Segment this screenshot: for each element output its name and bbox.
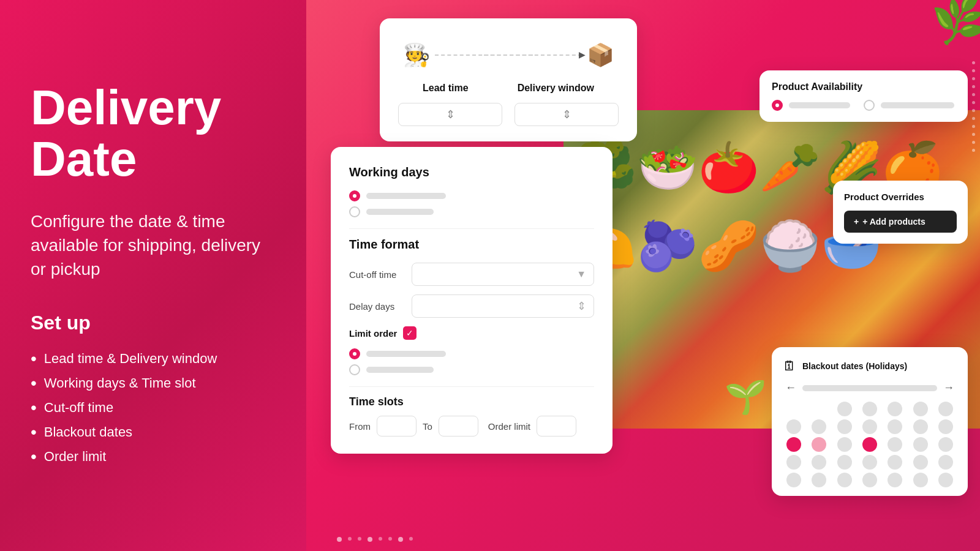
calendar-dot[interactable] [913,437,928,452]
calendar-icon: 🗓 [783,358,796,374]
calendar-dot[interactable] [913,473,928,487]
labels-row: Lead time Delivery window [398,83,619,94]
calendar-dot[interactable] [862,402,877,416]
calendar-dot[interactable] [786,419,801,434]
product-availability-title: Product Availability [772,81,956,92]
inputs-row[interactable]: ⇕ ⇕ [398,103,619,126]
divider-2 [349,386,594,387]
calendar-dot[interactable] [938,455,953,470]
limit-order-radio-group [349,348,594,375]
from-input[interactable] [377,416,417,437]
radio-1[interactable] [349,190,360,201]
lead-time-input[interactable]: ⇕ [398,103,502,126]
product-availability-card: Product Availability [760,70,968,122]
calendar-dot[interactable] [812,455,826,470]
cutoff-row: Cut-off time ▼ [349,263,594,286]
delivery-icon: 📦 [582,37,619,73]
time-format-title: Time format [349,238,594,252]
to-label: To [423,421,432,432]
radio-bar-1 [366,193,446,199]
add-products-button[interactable]: + + Add products [844,211,957,233]
calendar-dot[interactable] [913,402,928,416]
calendar-dot[interactable] [786,437,801,452]
from-label: From [349,421,371,432]
order-limit-label: Order limit [488,421,530,432]
product-overrides-card: Product Overrides + + Add products [833,181,968,244]
calendar-dot[interactable] [913,419,928,434]
setup-list: Lead time & Delivery window Working days… [31,347,276,469]
calendar-dot[interactable] [938,419,953,434]
calendar-dot[interactable] [786,455,801,470]
divider-1 [349,228,594,229]
calendar-dot[interactable] [786,402,801,416]
limit-radio-bar-1 [366,351,446,357]
avail-bar-2 [881,102,954,108]
blackout-nav: ← → [783,381,957,394]
lead-delivery-card: 🧑‍🍳 ▶ 📦 Lead time Delivery window ⇕ ⇕ [380,18,637,141]
cutoff-select[interactable]: ▼ [412,263,594,286]
calendar-dot[interactable] [837,455,852,470]
calendar-dot[interactable] [913,455,928,470]
calendar-dot[interactable] [888,473,902,487]
left-panel: Delivery Date Configure the date & time … [0,0,306,551]
delivery-window-input[interactable]: ⇕ [514,103,619,126]
icons-row: 🧑‍🍳 ▶ 📦 [398,37,619,73]
calendar-dot[interactable] [837,437,852,452]
calendar-dot[interactable] [812,419,826,434]
list-item: Working days & Time slot [31,371,276,395]
calendar-dot[interactable] [888,419,902,434]
calendar-dot[interactable] [812,473,826,487]
plus-icon: + [854,217,859,227]
working-days-title: Working days [349,165,594,179]
month-bar [802,385,937,391]
calendar-dot[interactable] [812,437,826,452]
main-card: Working days Time format Cut-off time ▼ … [331,147,612,454]
to-input[interactable] [439,416,478,437]
right-panel: 🧑‍🍳 ▶ 📦 Lead time Delivery window ⇕ ⇕ Wo… [306,0,980,551]
avail-radio-2[interactable] [864,100,875,111]
stepper-icon: ⇕ [577,299,586,313]
radio-2[interactable] [349,206,360,217]
order-limit-input[interactable] [537,416,576,437]
calendar-dot[interactable] [888,402,902,416]
calendar-dot[interactable] [862,419,877,434]
working-days-radio-group [349,190,594,217]
limit-order-label: Limit order [349,328,397,339]
time-slots-section: Time slots From To Order limit [349,395,594,437]
avail-radio-1[interactable] [772,100,783,111]
calendar-dot[interactable] [786,473,801,487]
calendar-dot[interactable] [938,473,953,487]
radio-item-2[interactable] [349,206,594,217]
time-slots-title: Time slots [349,395,594,408]
list-item: Cut-off time [31,395,276,420]
blackout-dates-card: 🗓 Blackout dates (Holidays) ← → [772,347,968,496]
calendar-dot[interactable] [938,402,953,416]
prev-month-button[interactable]: ← [785,381,796,394]
calendar-dot[interactable] [888,437,902,452]
limit-radio-2[interactable] [349,364,360,375]
calendar-dot[interactable] [862,437,877,452]
calendar-grid [783,402,957,487]
chef-icon: 🧑‍🍳 [398,37,435,73]
delay-input[interactable]: ⇕ [412,294,594,318]
product-overrides-title: Product Overrides [844,192,957,202]
hero-title: Delivery Date [31,82,276,185]
calendar-dot[interactable] [837,473,852,487]
plant-top-right-icon: 🌿 [929,0,980,48]
calendar-dot[interactable] [862,473,877,487]
calendar-dot[interactable] [938,437,953,452]
radio-item-1[interactable] [349,190,594,201]
calendar-dot[interactable] [812,402,826,416]
calendar-dot[interactable] [862,455,877,470]
delay-label: Delay days [349,301,404,312]
limit-radio-item-2[interactable] [349,364,594,375]
limit-radio-item-1[interactable] [349,348,594,359]
limit-radio-1[interactable] [349,348,360,359]
next-month-button[interactable]: → [943,381,954,394]
calendar-dot[interactable] [888,455,902,470]
calendar-dot[interactable] [837,402,852,416]
calendar-dot[interactable] [837,419,852,434]
cutoff-label: Cut-off time [349,269,404,280]
setup-title: Set up [31,312,276,334]
limit-order-checkbox[interactable]: ✓ [403,326,417,340]
